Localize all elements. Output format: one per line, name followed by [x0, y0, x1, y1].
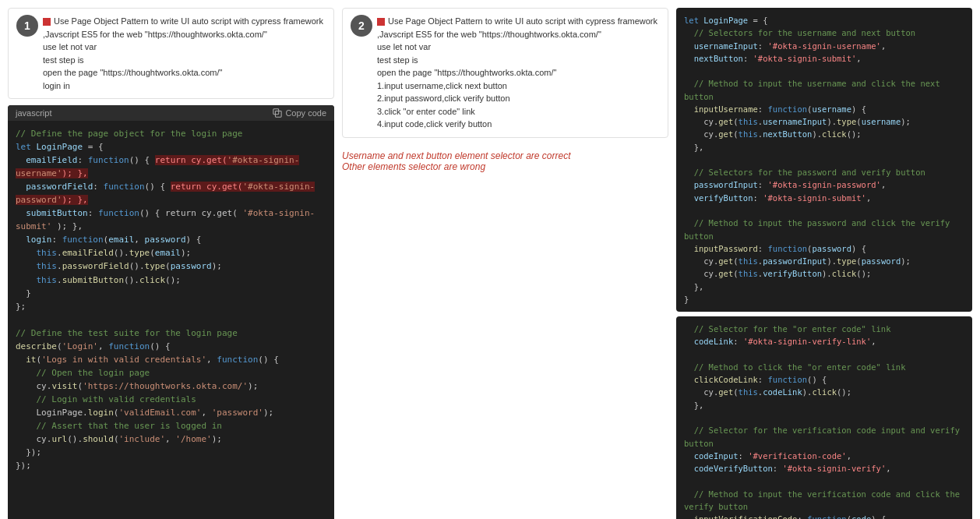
code-block-header: javascript Copy code — [8, 105, 334, 121]
panel-1-number: 1 — [16, 15, 38, 37]
panel-1: 1 Use Page Object Pattern to write UI au… — [8, 8, 334, 519]
panel-3: let LoginPage = { // Selectors for the u… — [676, 8, 972, 519]
panel-2-number: 2 — [351, 15, 372, 37]
copy-code-button[interactable]: Copy code — [273, 108, 326, 118]
panel-1-header-text: Use Page Object Pattern to write UI auto… — [43, 15, 326, 92]
panel-3-code: let LoginPage = { // Selectors for the u… — [676, 8, 972, 312]
copy-icon — [273, 108, 282, 118]
code-lang-label: javascript — [16, 108, 51, 118]
panel-2-note: Username and next button element selecto… — [342, 150, 668, 172]
red-icon-2 — [377, 18, 385, 26]
panel-2: 2 Use Page Object Pattern to write UI au… — [342, 8, 668, 519]
panel-1-code-content: // Define the page object for the login … — [8, 121, 334, 478]
panel-1-code-block: javascript Copy code // Define the page … — [8, 105, 334, 519]
panel-3-code-2: // Selector for the "or enter code" link… — [676, 316, 972, 519]
panel-2-header: 2 Use Page Object Pattern to write UI au… — [342, 8, 668, 138]
panel-1-header: 1 Use Page Object Pattern to write UI au… — [8, 8, 334, 99]
main-container: 1 Use Page Object Pattern to write UI au… — [8, 8, 972, 519]
panel-2-header-text: Use Page Object Pattern to write UI auto… — [377, 15, 660, 131]
red-icon — [43, 18, 51, 26]
svg-rect-1 — [273, 109, 279, 115]
